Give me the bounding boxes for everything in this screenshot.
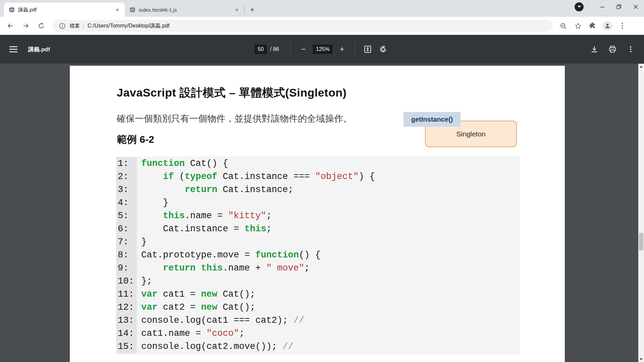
pdf-more-menu-icon[interactable] — [625, 43, 637, 55]
zoom-out-button[interactable]: − — [298, 43, 310, 55]
address-bar: 檔案 C:/Users/Tommy/Desktop/講義.pdf — [0, 17, 644, 35]
code-line: 15:console.log(cat2.move()); // — [116, 340, 520, 353]
url-field[interactable]: 檔案 C:/Users/Tommy/Desktop/講義.pdf — [52, 20, 553, 32]
url-separator — [83, 23, 84, 29]
tab-index-html[interactable]: index.html#6-1.js ✕ — [125, 3, 244, 17]
window-close-button[interactable] — [627, 0, 644, 13]
code-line: 1:function Cat() { — [116, 157, 520, 170]
zoom-level-value[interactable]: 125% — [313, 45, 333, 54]
code-text: if (typeof Cat.instance === "object") { — [137, 170, 375, 183]
code-line: 13:console.log(cat1 === cat2); // — [116, 314, 520, 327]
line-number: 13: — [116, 314, 137, 327]
toolbar-divider — [355, 44, 355, 55]
rotate-page-icon[interactable] — [377, 43, 389, 55]
code-text: function Cat() { — [137, 157, 228, 170]
code-line: 2: if (typeof Cat.instance === "object")… — [116, 170, 520, 183]
diagram-getinstance-label: getInstance() — [404, 112, 461, 127]
globe-icon — [129, 7, 136, 13]
line-number: 3: — [116, 183, 137, 196]
code-line: 9: return this.name + " move"; — [116, 262, 520, 275]
scrollbar-thumb[interactable] — [639, 233, 643, 250]
code-block: 1:function Cat() {2: if (typeof Cat.inst… — [116, 157, 520, 355]
new-tab-button[interactable]: + — [247, 5, 257, 15]
code-text: Cat.prototype.move = function() { — [137, 249, 321, 262]
download-icon[interactable] — [588, 43, 600, 55]
print-icon[interactable] — [606, 43, 619, 55]
code-text: } — [137, 236, 147, 249]
code-line: 6: Cat.instance = this; — [116, 223, 520, 236]
code-text: this.name = "kitty"; — [137, 209, 272, 223]
browser-menu-icon[interactable] — [617, 21, 627, 31]
document-intro-text: 確保一個類別只有一個物件，並提供對該物件的全域操作。 — [117, 113, 352, 125]
code-line: 10:}; — [116, 275, 520, 288]
window-restore-button[interactable] — [610, 0, 627, 13]
pdf-toolbar: 講義.pdf 50 / 86 − 125% + — [0, 35, 644, 64]
code-text: Cat.instance = this; — [137, 223, 272, 236]
line-number: 10: — [116, 275, 137, 288]
line-number: 8: — [116, 249, 137, 262]
extensions-puzzle-icon[interactable] — [588, 21, 598, 31]
code-line: 11:var cat1 = new Cat(); — [116, 288, 520, 301]
code-line: 7:} — [116, 236, 520, 249]
code-text: return Cat.instance; — [137, 183, 293, 196]
scroll-up-icon[interactable] — [638, 64, 644, 69]
zoom-page-icon[interactable] — [558, 21, 568, 31]
code-line: 14:cat1.name = "coco"; — [116, 327, 520, 340]
page-info-icon[interactable] — [57, 21, 67, 31]
tab-strip: 講義.pdf ✕ index.html#6-1.js ✕ + — [0, 0, 644, 17]
code-text: return this.name + " move"; — [137, 262, 310, 275]
fit-to-page-icon[interactable] — [362, 43, 374, 55]
url-text: C:/Users/Tommy/Desktop/講義.pdf — [88, 22, 548, 29]
document-title: JavaScript 設計模式 – 單體模式(Singleton) — [117, 85, 346, 101]
line-number: 9: — [116, 262, 137, 275]
profile-avatar[interactable] — [602, 21, 612, 31]
line-number: 1: — [116, 157, 137, 170]
page-count-label: / 86 — [270, 46, 279, 52]
globe-icon — [9, 7, 15, 13]
forward-button[interactable] — [19, 19, 32, 32]
pdf-viewport: JavaScript 設計模式 – 單體模式(Singleton) 確保一個類別… — [0, 64, 644, 362]
example-heading: 範例 6-2 — [117, 133, 154, 146]
tab-title: index.html#6-1.js — [139, 7, 233, 13]
page-number-input[interactable]: 50 — [255, 45, 267, 54]
toolbar-divider — [290, 44, 291, 55]
tab-lecture-pdf[interactable]: 講義.pdf ✕ — [4, 3, 125, 17]
code-text: cat1.name = "coco"; — [137, 327, 245, 340]
code-line: 3: return Cat.instance; — [116, 183, 520, 196]
line-number: 14: — [116, 327, 137, 340]
code-text: } — [137, 196, 168, 209]
line-number: 15: — [116, 340, 137, 353]
tab-close-icon[interactable]: ✕ — [114, 6, 121, 13]
back-button[interactable] — [4, 19, 17, 32]
code-text: console.log(cat1 === cat2); // — [137, 314, 304, 327]
line-number: 4: — [116, 196, 137, 209]
window-minimize-button[interactable] — [594, 0, 610, 13]
pdf-page: JavaScript 設計模式 – 單體模式(Singleton) 確保一個類別… — [70, 66, 565, 362]
code-text: console.log(cat2.move()); // — [137, 340, 293, 353]
line-number: 7: — [116, 236, 137, 249]
url-scheme-label: 檔案 — [70, 23, 80, 29]
code-text: }; — [137, 275, 152, 288]
line-number: 6: — [116, 223, 137, 236]
tab-divider — [244, 5, 245, 13]
code-line: 4: } — [116, 196, 520, 209]
pdf-document-title: 講義.pdf — [28, 46, 50, 53]
zoom-in-button[interactable]: + — [336, 43, 348, 55]
pdf-menu-icon[interactable] — [9, 46, 17, 52]
scrollbar[interactable] — [638, 64, 644, 362]
browser-update-icon[interactable] — [575, 2, 584, 11]
line-number: 2: — [116, 170, 137, 183]
line-number: 11: — [116, 288, 137, 301]
bookmark-star-icon[interactable] — [573, 21, 583, 31]
code-text: var cat2 = new Cat(); — [137, 301, 255, 314]
code-line: 5: this.name = "kitty"; — [116, 209, 520, 223]
code-line: 8:Cat.prototype.move = function() { — [116, 249, 520, 262]
line-number: 5: — [116, 209, 137, 223]
code-line: 12:var cat2 = new Cat(); — [116, 301, 520, 314]
line-number: 12: — [116, 301, 137, 314]
scroll-down-icon[interactable] — [638, 356, 644, 362]
code-text: var cat1 = new Cat(); — [137, 288, 255, 301]
tab-title: 講義.pdf — [18, 7, 114, 13]
tab-close-icon[interactable]: ✕ — [233, 6, 240, 13]
reload-button[interactable] — [35, 19, 48, 32]
